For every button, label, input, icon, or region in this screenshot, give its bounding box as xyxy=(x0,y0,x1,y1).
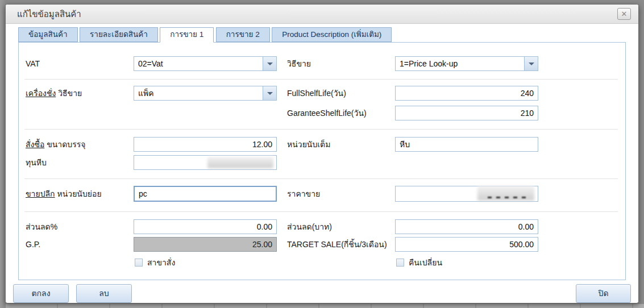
delete-button[interactable]: ลบ xyxy=(76,284,132,303)
redaction-smudge xyxy=(488,197,530,198)
redacted-value xyxy=(477,186,534,201)
discount-percent-input[interactable] xyxy=(134,219,277,234)
scale-sale-method-select[interactable]: แพ็ค xyxy=(134,86,277,101)
scale-sale-method-select-value: แพ็ค xyxy=(138,86,261,100)
purchase-pack-size-input[interactable] xyxy=(134,137,277,152)
edit-product-dialog: แก้ไขข้อมูลสินค้า ✕ ข้อมูลสินค้า รายละเอ… xyxy=(5,4,639,303)
purchase-label-underlined: สั่งซื้อ xyxy=(26,140,44,149)
case-cost-label: ทุนหีบ xyxy=(26,155,47,170)
redaction-blur xyxy=(477,186,534,201)
section-divider xyxy=(24,129,618,130)
redaction-blur xyxy=(207,157,273,168)
retail-label-rest: หน่วยนับย่อย xyxy=(55,189,102,198)
branch-order-checkbox-label: สาขาสั่ง xyxy=(147,258,175,267)
tab-bar: ข้อมูลสินค้า รายละเอียดสินค้า การขาย 1 ก… xyxy=(18,27,391,43)
chevron-down-icon[interactable] xyxy=(524,57,538,70)
full-unit-label: หน่วยนับเต็ม xyxy=(287,137,330,152)
vat-label: VAT xyxy=(26,56,40,71)
gp-label: G.P. xyxy=(26,237,40,252)
return-exchange-checkbox-label: คืนเปลี่ยน xyxy=(409,258,442,267)
tab-product-info[interactable]: ข้อมูลสินค้า xyxy=(18,27,78,42)
garantee-shelf-life-label: GaranteeShelfLife(วัน) xyxy=(287,106,367,120)
garantee-shelf-life-input[interactable] xyxy=(395,106,538,120)
section-divider xyxy=(24,178,618,179)
full-shelf-life-label: FullShelfLife(วัน) xyxy=(287,86,346,101)
sale-method-label: วิธีขาย xyxy=(287,56,311,71)
section-divider xyxy=(24,211,618,212)
sale-method-select[interactable]: 1=Price Look-up xyxy=(395,56,538,71)
retail-label-underlined: ขายปลีก xyxy=(26,189,55,198)
vat-select-value: 02=Vat xyxy=(138,57,261,70)
purchase-label-rest: ขนาดบรรจุ xyxy=(44,140,85,149)
dialog-title: แก้ไขข้อมูลสินค้า xyxy=(17,5,81,24)
full-shelf-life-input[interactable] xyxy=(395,86,538,101)
target-sale-label: TARGET SALE(กี่ชิ้น/3เดือน) xyxy=(287,237,387,252)
dialog-titlebar: แก้ไขข้อมูลสินค้า ✕ xyxy=(6,5,638,24)
tab-product-details[interactable]: รายละเอียดสินค้า xyxy=(80,27,158,42)
gp-input xyxy=(134,237,277,252)
full-unit-input[interactable] xyxy=(395,137,538,152)
chevron-down-icon[interactable] xyxy=(263,86,276,100)
target-sale-input[interactable] xyxy=(395,237,538,252)
close-dialog-button[interactable]: ปิด xyxy=(576,284,631,303)
discount-baht-input[interactable] xyxy=(395,219,538,234)
discount-baht-label: ส่วนลด(บาท) xyxy=(287,219,332,234)
return-exchange-checkbox[interactable] xyxy=(396,259,404,267)
vat-select[interactable]: 02=Vat xyxy=(134,56,277,71)
sale-method-select-value: 1=Price Look-up xyxy=(400,57,523,70)
sale-price-label: ราคาขาย xyxy=(287,186,320,201)
tab-product-description[interactable]: Product Description (เพิ่มเติม) xyxy=(272,27,392,42)
scale-label-underlined: เครื่องชั่ง xyxy=(26,89,56,98)
chevron-down-icon[interactable] xyxy=(263,57,276,70)
close-button[interactable]: ✕ xyxy=(617,8,631,20)
scale-sale-method-label: เครื่องชั่ง วิธีขาย xyxy=(26,86,82,101)
tab-sales-1[interactable]: การขาย 1 xyxy=(160,27,214,43)
purchase-pack-size-label: สั่งซื้อ ขนาดบรรจุ xyxy=(26,137,85,152)
branch-order-checkbox[interactable] xyxy=(135,259,143,267)
retail-sub-unit-label: ขายปลีก หน่วยนับย่อย xyxy=(26,186,102,201)
close-icon: ✕ xyxy=(621,10,628,18)
retail-sub-unit-input[interactable] xyxy=(134,186,277,202)
ok-button[interactable]: ตกลง xyxy=(13,284,69,303)
background-app-fragment-bottom xyxy=(6,304,644,308)
discount-percent-label: ส่วนลด% xyxy=(26,219,57,234)
tab-sales-2[interactable]: การขาย 2 xyxy=(216,27,270,42)
section-divider xyxy=(24,79,618,80)
redacted-value xyxy=(207,157,273,168)
scale-label-rest: วิธีขาย xyxy=(56,89,82,98)
